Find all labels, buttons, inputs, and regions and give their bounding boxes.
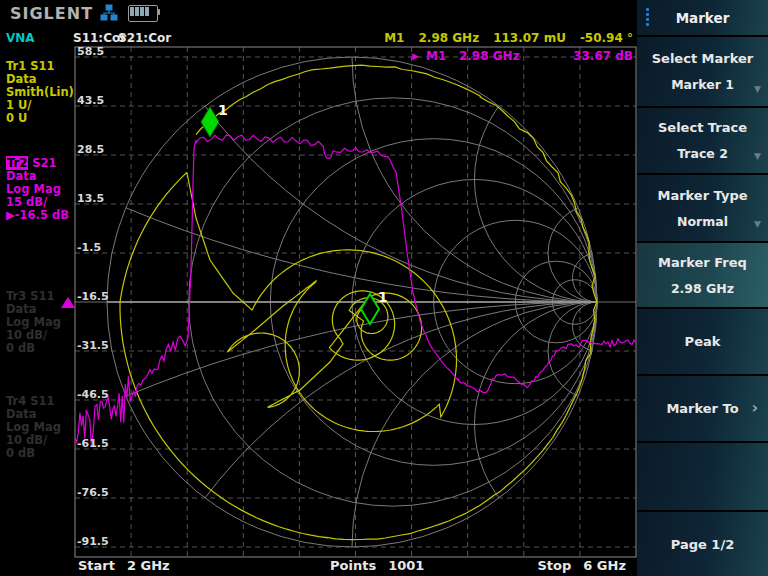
menu-button-marker-to[interactable]: Marker To› (637, 376, 768, 441)
trace-annotation-tr4[interactable]: Tr4 S11DataLog Mag10 dB/0 dB (6, 395, 74, 460)
marker-number-label: 1 (378, 289, 388, 305)
sweep-start-label: Start 2 GHz (78, 558, 170, 573)
trace-annotation-tr1[interactable]: Tr1 S11DataSmith(Lin)1 U/0 U (6, 60, 74, 125)
start-word: Start (78, 558, 115, 573)
start-value: 2 GHz (127, 558, 170, 573)
scale-label: 43.5 (77, 94, 104, 107)
softkey-menu: Marker Select MarkerMarker 1▼Select Trac… (637, 0, 768, 576)
scale-label: 58.5 (77, 45, 104, 58)
menu-title-text: Marker (676, 10, 730, 26)
dropdown-caret-icon: ▼ (754, 219, 761, 229)
scale-label: -91.5 (77, 535, 109, 548)
marker-number-label: 1 (218, 102, 228, 118)
scale-label: 13.5 (77, 192, 104, 205)
points-value: 1001 (388, 558, 424, 573)
scale-label: -16.5 (77, 290, 109, 303)
menu-button-blank[interactable] (637, 443, 768, 510)
menu-button-marker-type[interactable]: Marker TypeNormal▼ (637, 175, 768, 241)
marker1-trace2[interactable]: 1 (201, 102, 228, 137)
stop-word: Stop (537, 558, 571, 573)
vna-screen: { "colors": { "yellow": "#c8c800", "mage… (0, 0, 768, 576)
sweep-stop-label: Stop 6 GHz (537, 558, 626, 573)
sweep-points-label: Points 1001 (330, 558, 424, 573)
menu-button-peak[interactable]: Peak (637, 309, 768, 374)
menu-button-marker-freq[interactable]: Marker Freq2.98 GHz (637, 243, 768, 307)
scale-label: -46.5 (77, 388, 109, 401)
menu-button-select-marker[interactable]: Select MarkerMarker 1▼ (637, 37, 768, 106)
menu-title: Marker (637, 0, 768, 35)
menu-button-page-1-2[interactable]: Page 1/2 (637, 512, 768, 576)
trace-annotation-tr2[interactable]: Tr2 S21DataLog Mag15 dB/▶-16.5 dB (6, 157, 74, 222)
dropdown-caret-icon: ▼ (754, 151, 761, 161)
scale-label: -76.5 (77, 486, 109, 499)
scale-label: -31.5 (77, 339, 109, 352)
scale-label: -61.5 (77, 437, 109, 450)
points-word: Points (330, 558, 376, 573)
reference-level-indicator (61, 297, 75, 308)
stop-value: 6 GHz (583, 558, 626, 573)
dropdown-caret-icon: ▼ (754, 84, 761, 94)
submenu-chevron-icon: › (751, 397, 758, 416)
scale-label: 28.5 (77, 143, 104, 156)
scale-label: -1.5 (77, 241, 101, 254)
menu-handle-icon (646, 8, 649, 26)
menu-button-select-trace[interactable]: Select TraceTrace 2▼ (637, 108, 768, 173)
